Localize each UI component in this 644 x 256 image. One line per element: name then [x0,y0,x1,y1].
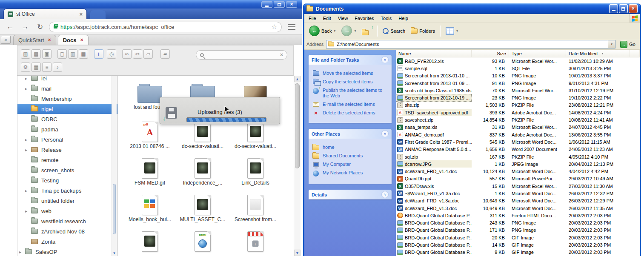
tree-item-odbc[interactable]: ODBC [17,114,117,124]
print-icon[interactable]: ▦ [79,49,88,59]
views-dropdown-icon[interactable]: ▼ [456,30,458,32]
file-row-quantdb-ppt[interactable]: PQuantDb.ppt557 KBMicrosoft PowerPoi...2… [396,175,640,182]
file-item-moelis-book-bui[interactable]: Moelis_book_bui... [123,189,176,225]
column-header-date[interactable]: Date Modified▼ [566,50,630,57]
collapse-chevron-icon[interactable]: « [381,130,389,137]
expand-arrow-icon[interactable]: ▸ [25,188,31,193]
minimize-button[interactable] [261,1,272,8]
file-item-multi-asset-c[interactable]: MULTI_ASSET_C... [176,189,229,225]
link-move-the-selected-items[interactable]: →Move the selected items [312,71,388,76]
expand-arrow-icon[interactable]: ▸ [25,86,31,91]
maximize-button[interactable] [274,1,285,8]
file-row-dcwizard-frd-v1-4-doc[interactable]: WdcWizard_FRD_v1.4.doc10,124 KBMicrosoft… [396,168,640,175]
link-icon[interactable]: ∞ [122,49,132,59]
link-delete-the-selected-items[interactable]: ×Delete the selected items [312,110,388,116]
file-row-o357draw-xls[interactable]: XO357Draw.xls15 KBMicrosoft Excel Wor...… [396,182,640,190]
list-view-icon[interactable]: ≡ [42,63,52,72]
file-item-link-details[interactable]: Link_Details [229,152,282,189]
file-row-first-grade-colts-1987-premi[interactable]: WFirst Grade Colts 1987 - Premi...545 KB… [396,138,640,145]
views-button[interactable]: ▼ [444,26,461,36]
other-places-header[interactable]: Other Places « [309,129,392,139]
new-tab-button[interactable] [90,10,106,19]
file-row-brd-quant-global-database-p[interactable]: BRD-Quant Global Database P...171 KBPNG … [396,227,640,234]
tasks-header[interactable]: File and Folder Tasks « [309,55,392,65]
file-row-brd-quant-global-database-p[interactable]: BRD-Quant Global Database P...14 KBGIF I… [396,241,640,248]
refresh-icon[interactable]: ↻ [35,23,45,31]
scrollbar-thumb[interactable] [113,184,116,234]
menu-view[interactable]: View [335,15,352,22]
column-header-type[interactable]: Type [509,50,566,57]
tree-item-zonta[interactable]: Zonta [17,236,117,247]
expand-arrow-icon[interactable]: ▸ [25,209,31,213]
file-row-dcwizard-frd-v1-3-doc[interactable]: WdcWizard_FRD_v1.3.doc10,649 KBMicrosoft… [396,205,640,212]
file-row-brd-quant-global-database-p[interactable]: BRD-Quant Global Database P...9 KBGIF Im… [396,249,640,256]
expand-arrow-icon[interactable]: ▸ [19,250,25,254]
details-header[interactable]: Details « [309,190,392,199]
tab-docs[interactable]: Docs × [58,35,89,45]
expand-arrow-icon[interactable]: ▸ [25,137,31,142]
address-bar[interactable]: https ://aspc.jobtrack.com.au/home/aspc_… [49,22,282,32]
file-row-anmac-demo-pdf[interactable]: AANMAC_demo.pdf837 KBAdobe Acrobat Doc..… [396,131,640,138]
scroll-down-icon[interactable]: ▼ [112,250,117,256]
collapse-chevron-icon[interactable]: « [381,56,389,63]
link-copy-the-selected-items[interactable]: Copy the selected items [312,79,388,85]
tree-item-testing[interactable]: Testing [17,175,117,185]
column-header-size[interactable]: Size [472,50,509,57]
file-row-nasa-temps-xls[interactable]: Xnasa_temps.xls31 KBMicrosoft Excel Wor.… [396,124,640,131]
forward-dropdown-icon[interactable]: ▼ [354,30,356,32]
go-button[interactable]: → Go [618,41,638,48]
tab-quickstart[interactable]: QuickStart × [13,35,56,45]
link-home[interactable]: home [312,145,388,150]
menu-favorites[interactable]: Favorites [351,15,377,22]
scrollbar-thumb[interactable] [295,83,300,168]
link-publish-the-selected-items-to-the-web[interactable]: ↑Publish the selected items to the Web [312,88,388,99]
file-row-dcarrow-jpg[interactable]: dcarrow.JPG1 KBJPEG Image20/04/2012 12:1… [396,160,640,168]
address-dropdown-icon[interactable]: ▼ [608,40,615,48]
browser-tab[interactable]: st Office × [3,9,87,19]
tree-item-westfield-research[interactable]: westfield research [17,216,117,226]
grid-view-icon[interactable]: ▦ [31,63,41,72]
close-button[interactable]: × [286,1,297,8]
file-item-screenshot-from[interactable]: Screenshot from... [229,189,282,225]
forward-icon[interactable]: → [20,23,30,31]
tree-item-nigel[interactable]: nigel [17,104,117,114]
menu-edit[interactable]: Edit [320,15,335,22]
expand-arrow-icon[interactable]: ▸ [25,76,31,81]
audio-icon[interactable]: ♪ [53,63,62,72]
file-row-sample-sql[interactable]: sample.sql1 KBSQL File30/01/2013 3:25 PM [396,65,640,72]
upload-icon[interactable]: i [94,49,103,59]
tree-scrollbar[interactable]: ▼ [112,76,117,256]
tree-item-untitled-folder[interactable]: untitled folder [17,196,117,206]
paste-icon[interactable]: ▰ [160,49,170,59]
link-my-network-places[interactable]: My Network Places [312,170,388,176]
file-item-fsm-med-gif[interactable]: FSM-MED.gif [123,152,176,189]
file-item-item[interactable] [123,225,176,256]
tree-item-membership[interactable]: Membership [17,94,117,104]
file-row-dcwizard-frd-v1-3a-doc[interactable]: WdcWizard_FRD_v1.3a.doc10,649 KBMicrosof… [396,197,640,205]
tab-overflow-button[interactable]: » [1,36,11,44]
open-icon[interactable]: ▢ [57,49,67,59]
files-scrollbar[interactable]: ▲ ▼ [294,76,301,256]
tree-item-mail[interactable]: ▸mail [17,83,117,94]
menu-icon[interactable] [288,24,295,30]
tree-item-web[interactable]: ▸web [17,206,117,216]
explorer-titlebar[interactable]: Documents × [304,3,640,14]
search-input[interactable] [207,52,277,58]
up-button[interactable]: ↑ [360,26,374,37]
file-row-brd-quant-global-database-p[interactable]: BRD-Quant Global Database P...243 KBPNG … [396,219,640,227]
save-icon[interactable]: ▣ [42,49,52,59]
menu-tools[interactable]: Tools [378,15,395,22]
scroll-up-icon[interactable]: ▲ [294,76,301,82]
file-row-screenshot-from-2012-10-19[interactable]: Screenshot from 2012-10-19 ...23 KBPNG I… [396,94,640,101]
preview-icon[interactable]: ◎ [107,49,116,59]
new-folder-icon[interactable]: ▧ [21,49,30,59]
tree-item-release[interactable]: ▸Release [17,145,117,155]
file-row-site-zip[interactable]: site.zip1,503 KBPKZIP File23/08/2012 12:… [396,102,640,109]
file-row-tsd-savesheet-approved-pdf[interactable]: ATSD_savesheet_approved.pdf393 KBAdobe A… [396,109,640,116]
menu-help[interactable]: Help [395,15,412,22]
tree-item-zarchived-nov-08[interactable]: zArchived Nov 08 [17,226,117,236]
close-button[interactable]: × [629,4,638,13]
file-item-item[interactable]: ↓ [229,225,282,256]
new-file-icon[interactable]: ▤ [31,49,41,59]
back-button[interactable]: ← Back ▼ [307,24,338,37]
